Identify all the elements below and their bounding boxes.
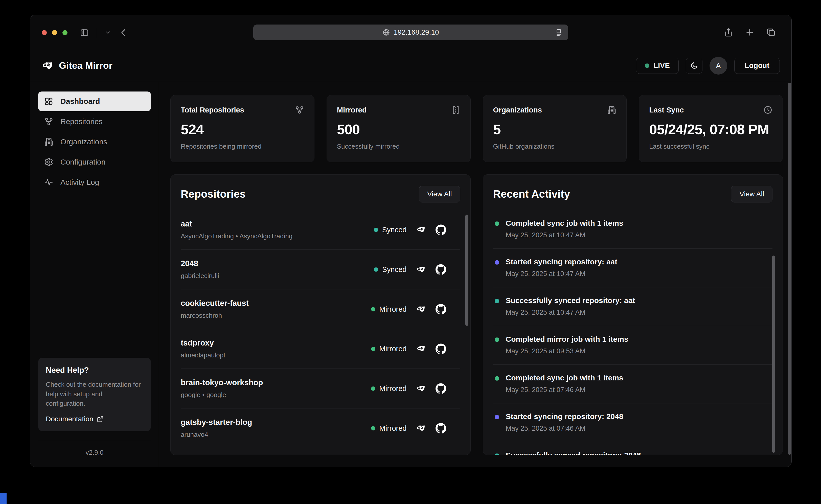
- git-fork-icon: [44, 117, 53, 126]
- moon-icon: [690, 62, 698, 70]
- activity-item: Successfully synced repository: aat May …: [493, 287, 773, 326]
- desktop-dock-fragment: [0, 493, 7, 504]
- gitea-link-icon[interactable]: [416, 384, 426, 393]
- activity-view-all-button[interactable]: View All: [731, 186, 772, 202]
- help-title: Need Help?: [46, 366, 143, 375]
- back-icon[interactable]: [119, 28, 128, 37]
- activity-item: Completed sync job with 1 items May 25, …: [493, 210, 773, 249]
- activity-dot: [495, 299, 499, 303]
- stat-card-last-sync: Last Sync 05/24/25, 07:08 PM Last succes…: [639, 95, 783, 162]
- minimize-window-button[interactable]: [52, 30, 57, 35]
- theme-toggle-button[interactable]: [686, 58, 702, 74]
- gitea-link-icon[interactable]: [416, 225, 426, 235]
- sidebar-item-organizations[interactable]: Organizations: [38, 132, 151, 152]
- stat-sub: Last successful sync: [649, 143, 772, 150]
- stat-sub: Successfully mirrored: [337, 143, 460, 150]
- activity-text: Successfully synced repository: aat: [506, 296, 635, 305]
- new-tab-icon[interactable]: [745, 28, 755, 37]
- gitea-link-icon[interactable]: [416, 423, 426, 433]
- activity-timestamp: May 25, 2025 at 09:53 AM: [506, 347, 628, 355]
- sidebar-toggle-icon[interactable]: [80, 28, 89, 37]
- repository-row: cookiecutter-faust marcosschroh Mirrored: [181, 289, 460, 329]
- github-link-icon[interactable]: [436, 423, 446, 433]
- activity-timestamp: May 25, 2025 at 10:47 AM: [506, 231, 623, 239]
- globe-icon: [382, 29, 390, 36]
- status-badge: Mirrored: [371, 305, 407, 313]
- user-avatar[interactable]: A: [710, 57, 727, 75]
- building-icon: [607, 105, 616, 114]
- page-settings-icon[interactable]: [555, 28, 563, 36]
- status-badge: Synced: [374, 265, 407, 274]
- stats-row: Total Repositories 524 Repositories bein…: [170, 95, 783, 162]
- activity-timestamp: May 25, 2025 at 07:46 AM: [506, 386, 623, 394]
- github-link-icon[interactable]: [436, 264, 446, 275]
- tab-overview-icon[interactable]: [766, 28, 776, 37]
- activity-item: Started syncing repository: aat May 25, …: [493, 249, 773, 287]
- sidebar-item-repositories[interactable]: Repositories: [38, 112, 151, 131]
- status-dot: [374, 267, 378, 272]
- activity-scrollbar[interactable]: [772, 256, 775, 453]
- sidebar-item-configuration[interactable]: Configuration: [38, 152, 151, 172]
- github-link-icon[interactable]: [436, 383, 446, 394]
- live-label: LIVE: [653, 61, 670, 70]
- app-brand[interactable]: Gitea Mirror: [42, 60, 112, 72]
- recent-activity-title: Recent Activity: [493, 188, 570, 200]
- activity-dot: [495, 376, 499, 381]
- live-dot: [645, 63, 649, 68]
- repository-owner: google • google: [181, 391, 263, 399]
- traffic-lights: [42, 30, 67, 35]
- activity-list: Completed sync job with 1 items May 25, …: [493, 210, 773, 455]
- gitea-link-icon[interactable]: [416, 344, 426, 354]
- repositories-title: Repositories: [181, 188, 246, 200]
- documentation-link[interactable]: Documentation: [46, 415, 143, 423]
- gitea-link-icon[interactable]: [416, 304, 426, 314]
- dashboard-icon: [44, 97, 53, 106]
- stat-value: 500: [337, 121, 460, 138]
- repository-row: cronos Mirrored: [181, 448, 460, 455]
- live-status-badge[interactable]: LIVE: [636, 58, 678, 74]
- activity-text: Started syncing repository: aat: [506, 258, 618, 266]
- avatar-initial: A: [716, 61, 721, 70]
- share-icon[interactable]: [724, 28, 733, 37]
- stat-value: 05/24/25, 07:08 PM: [649, 121, 772, 138]
- page-scrollbar[interactable]: [788, 83, 791, 455]
- sidebar-item-dashboard[interactable]: Dashboard: [38, 91, 151, 111]
- status-badge: Mirrored: [371, 345, 407, 353]
- app-title: Gitea Mirror: [59, 60, 112, 71]
- status-dot: [371, 426, 375, 430]
- stat-value: 524: [181, 121, 304, 138]
- address-bar[interactable]: 192.168.29.10: [253, 25, 568, 40]
- github-link-icon[interactable]: [436, 224, 446, 235]
- github-link-icon[interactable]: [436, 343, 446, 354]
- activity-timestamp: May 25, 2025 at 10:47 AM: [506, 270, 618, 278]
- sidebar-divider: [38, 441, 151, 441]
- repositories-scrollbar[interactable]: [465, 215, 468, 326]
- logout-button[interactable]: Logout: [734, 58, 780, 74]
- close-window-button[interactable]: [42, 30, 47, 35]
- repositories-view-all-button[interactable]: View All: [419, 186, 460, 202]
- activity-text: Completed mirror job with 1 items: [506, 335, 628, 343]
- chevron-down-icon[interactable]: [105, 29, 111, 36]
- zoom-window-button[interactable]: [62, 30, 67, 35]
- repositories-list: aat AsyncAlgoTrading • AsyncAlgoTrading …: [181, 210, 460, 455]
- status-dot: [371, 307, 375, 311]
- activity-dot: [495, 221, 499, 226]
- sidebar-item-activity-log[interactable]: Activity Log: [38, 172, 151, 192]
- gitea-link-icon[interactable]: [416, 265, 426, 274]
- repository-owner: AsyncAlgoTrading • AsyncAlgoTrading: [181, 232, 292, 240]
- help-card: Need Help? Check out the documentation f…: [38, 358, 151, 431]
- repository-owner: marcosschroh: [181, 312, 249, 319]
- status-dot: [374, 228, 378, 232]
- gear-icon: [44, 157, 53, 167]
- toolbar-divider: [97, 28, 97, 38]
- activity-text: Completed sync job with 1 items: [506, 374, 623, 382]
- activity-timestamp: May 25, 2025 at 07:46 AM: [506, 425, 623, 432]
- stat-sub: Repositories being mirrored: [181, 143, 304, 150]
- recent-activity-panel: Recent Activity View All Completed sync …: [483, 174, 783, 455]
- git-fork-icon: [295, 105, 304, 114]
- repository-row: gatsby-starter-blog arunavo4 Mirrored: [181, 408, 460, 448]
- building-icon: [44, 137, 53, 146]
- github-link-icon[interactable]: [436, 304, 446, 314]
- repository-name: 2048: [181, 259, 219, 268]
- stat-sub: GitHub organizations: [493, 143, 617, 150]
